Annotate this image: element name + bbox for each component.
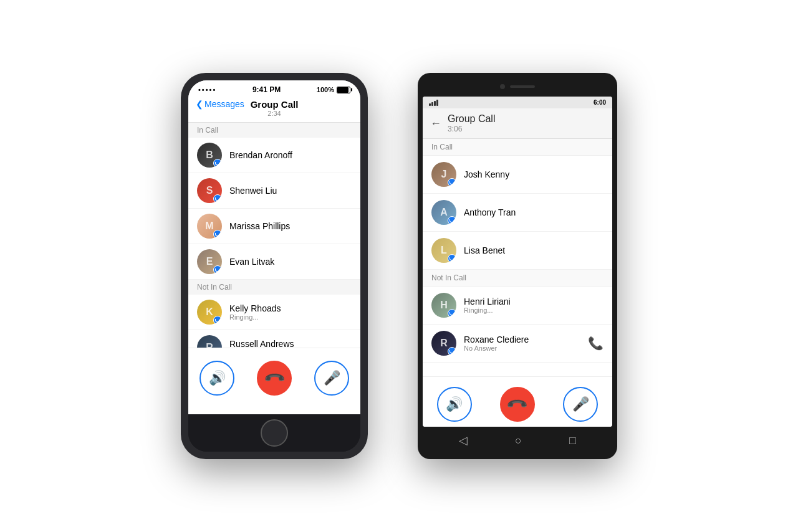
iphone-home-area [188,414,360,452]
contact-status-henri: Ringing... [464,306,511,314]
messenger-badge [448,347,456,356]
android-device: 6:00 ← Group Call 3:06 In Call J Jo [418,73,617,459]
back-label: Messages [204,99,244,109]
contact-name-brendan: Brendan Aronoff [229,150,292,160]
iphone-signal-dots: ••••• [198,86,216,93]
android-status-bar: 6:00 [423,97,612,108]
android-speaker-button[interactable]: 🔊 [437,387,472,422]
avatar-lisa: L [431,238,456,263]
home-button[interactable] [261,419,288,447]
android-top-bezel [423,79,612,94]
scene: ••••• 9:41 PM 100% ❮ Messages Group Call… [0,48,798,484]
battery-percent: 100% [317,86,334,93]
contact-status-kelly: Ringing... [229,313,281,321]
contact-row-josh: J Josh Kenny [423,156,612,194]
speaker-grille [510,85,535,88]
android-call-duration: 3:06 [448,125,495,133]
avatar-russell: R [197,335,222,348]
messenger-badge [448,216,456,225]
iphone-not-in-call-header: Not In Call [188,280,360,295]
android-not-in-call-header: Not In Call [423,270,612,287]
contact-name-lisa: Lisa Benet [464,245,505,255]
messenger-badge [213,316,222,325]
iphone-device: ••••• 9:41 PM 100% ❮ Messages Group Call… [181,73,368,459]
speaker-icon: 🔊 [446,396,463,412]
android-mute-button[interactable]: 🎤 [563,387,598,422]
avatar-shenwei: S [197,178,222,203]
contact-row-lisa: L Lisa Benet [423,232,612,270]
bar2 [431,102,433,106]
android-nav-bar: ◁ ○ □ [423,427,612,454]
avatar-josh: J [431,162,456,187]
bar3 [434,101,436,106]
android-time: 6:00 [594,99,606,106]
end-call-icon: 📞 [262,366,286,389]
iphone-call-controls: 🔊 📞 🎤 [188,348,360,414]
messenger-badge [213,159,222,168]
android-recents-nav-button[interactable]: □ [569,434,576,447]
contact-row-roxane: R Roxane Clediere No Answer 📞 [423,325,612,363]
end-call-icon: 📞 [506,392,529,416]
speaker-button[interactable]: 🔊 [200,361,234,396]
mute-button[interactable]: 🎤 [314,361,349,396]
bar1 [429,103,431,106]
iphone-in-call-header: In Call [188,123,360,138]
camera-icon [500,84,505,89]
avatar-anthony: A [431,200,456,225]
contact-row-kelly: K Kelly Rhoads Ringing... [188,295,360,330]
battery-icon [337,87,350,93]
messenger-badge [213,230,222,239]
android-back-button[interactable]: ← [430,117,441,130]
android-in-call-header: In Call [423,139,612,156]
contact-name-russell: Russell Andrews [229,339,294,348]
avatar-evan: E [197,249,222,274]
android-toolbar: ← Group Call 3:06 [423,108,612,139]
avatar-marissa: M [197,214,222,239]
contact-name-evan: Evan Litvak [229,257,274,267]
speaker-icon: 🔊 [209,370,226,386]
contact-row-shenwei: S Shenwei Liu [188,173,360,209]
avatar-kelly: K [197,300,222,325]
back-button[interactable]: ❮ Messages [196,99,244,109]
messenger-badge [213,265,222,274]
android-call-controls: 🔊 📞 🎤 [423,376,612,427]
end-call-button[interactable]: 📞 [257,361,292,396]
avatar-henri: H [431,293,456,318]
contact-row-marissa: M Marissa Phillips [188,209,360,244]
contact-row-evan: E Evan Litvak [188,244,360,280]
messenger-badge [448,254,456,263]
signal-bars [429,100,438,106]
android-contact-list: In Call J Josh Kenny A Anthony Tran [423,139,612,376]
recall-button-roxane[interactable]: 📞 [588,336,603,351]
contact-name-shenwei: Shenwei Liu [229,186,277,196]
android-call-title: Group Call [448,113,495,125]
iphone-contact-list: In Call B Brendan Aronoff S She [188,123,360,348]
android-screen: 6:00 ← Group Call 3:06 In Call J Jo [423,97,612,427]
contact-name-josh: Josh Kenny [464,169,509,179]
messenger-badge [448,309,456,318]
contact-row-henri: H Henri Liriani Ringing... [423,287,612,325]
contact-name-marissa: Marissa Phillips [229,221,290,231]
android-home-nav-button[interactable]: ○ [515,434,522,447]
contact-name-henri: Henri Liriani [464,297,511,306]
contact-row-brendan: B Brendan Aronoff [188,138,360,173]
iphone-nav-bar: ❮ Messages Group Call 2:34 [188,97,360,123]
iphone-call-duration: 2:34 [196,110,353,117]
messenger-badge [448,178,456,187]
avatar-brendan: B [197,143,222,168]
contact-row-russell: R Russell Andrews Ringing... [188,330,360,348]
contact-row-anthony: A Anthony Tran [423,194,612,232]
contact-name-anthony: Anthony Tran [464,207,516,217]
iphone-time: 9:41 PM [252,85,281,94]
android-end-call-button[interactable]: 📞 [500,387,535,422]
contact-name-roxane: Roxane Clediere [464,335,529,344]
microphone-icon: 🎤 [572,396,589,412]
bar4 [436,100,438,106]
chevron-left-icon: ❮ [196,99,203,109]
contact-status-roxane: No Answer [464,344,529,352]
messenger-badge [213,194,222,203]
avatar-roxane: R [431,331,456,356]
iphone-status-bar: ••••• 9:41 PM 100% [188,80,360,97]
iphone-battery-area: 100% [317,86,350,93]
android-back-nav-button[interactable]: ◁ [459,434,468,447]
